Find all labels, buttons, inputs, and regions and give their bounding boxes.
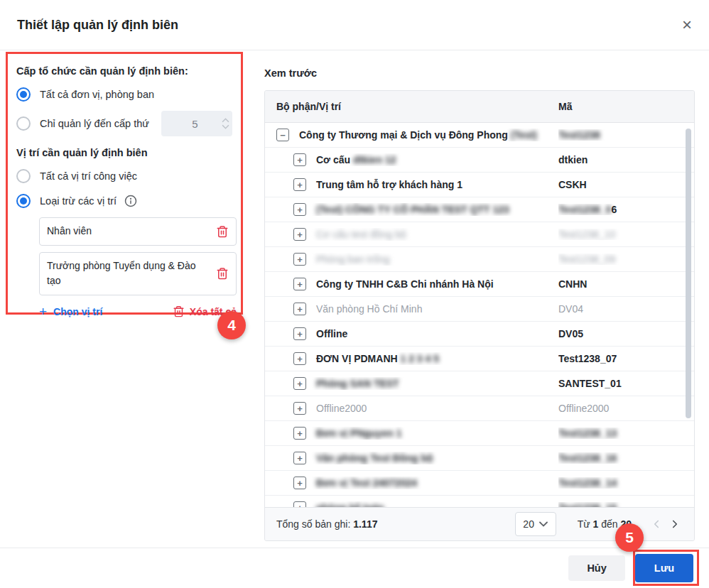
department-name: Cơ cấu dtkien 12 — [316, 154, 396, 165]
expand-icon[interactable]: + — [293, 153, 306, 166]
column-header-code: Mã — [558, 101, 694, 112]
expand-icon[interactable]: + — [293, 501, 306, 507]
department-code: Offline2000 — [558, 403, 694, 414]
radio-row-all-units: Tất cả đơn vị, phòng ban — [16, 86, 232, 103]
number-stepper[interactable] — [222, 118, 229, 129]
level-number-input[interactable]: 5 — [161, 111, 232, 136]
radio-row-all-positions: Tất cả vị trí công việc — [16, 168, 232, 185]
radio-limit-level[interactable] — [16, 116, 31, 131]
department-code: Test1238 — [558, 129, 694, 141]
radio-all-positions-label: Tất cả vị trí công việc — [40, 170, 137, 182]
department-name: Công ty TNHH C&B Chi nhánh Hà Nội — [316, 278, 494, 290]
expand-icon[interactable]: + — [293, 303, 306, 315]
department-code: DV05 — [558, 328, 694, 339]
expand-icon[interactable]: + — [293, 228, 306, 241]
dialog-footer: Hủy Lưu — [0, 548, 709, 588]
radio-all-positions[interactable] — [16, 169, 31, 183]
chevron-down-icon — [539, 521, 548, 527]
total-records-value: 1.117 — [353, 518, 377, 530]
add-position-label: Chọn vị trí — [53, 306, 102, 317]
vertical-scrollbar-thumb[interactable] — [686, 129, 691, 418]
table-row: +Phòng ban trốngTest1238_09 — [265, 247, 694, 272]
expand-icon[interactable]: + — [293, 278, 306, 290]
expand-icon[interactable]: + — [293, 452, 306, 464]
table-row: +Công ty TNHH C&B Chi nhánh Hà NộiCNHN — [265, 272, 694, 297]
department-name: Offline — [316, 328, 347, 339]
next-page-icon[interactable] — [666, 515, 684, 533]
expand-icon[interactable]: + — [293, 352, 306, 365]
expand-icon[interactable]: + — [293, 253, 306, 266]
annotation-step-badge: 4 — [217, 311, 246, 339]
chevron-down-icon[interactable] — [222, 124, 229, 129]
department-code: Test1238_14 — [558, 477, 694, 489]
expand-icon[interactable]: + — [293, 178, 306, 191]
preview-table: Bộ phận/Vị trí Mã −Công ty Thương mại & … — [264, 90, 695, 541]
preview-title: Xem trước — [264, 67, 317, 79]
radio-row-exclude-positions: Loại trừ các vị trí — [16, 192, 232, 209]
dialog-header: Thiết lập quản lý định biên × — [0, 0, 709, 50]
department-name: Văn phòng Test Đồng bộ — [316, 452, 433, 464]
excluded-position-label: Nhân viên — [47, 224, 210, 239]
level-number-value: 5 — [168, 118, 222, 130]
department-code: dtkien — [558, 154, 694, 165]
plus-icon: + — [39, 305, 47, 318]
expand-icon[interactable]: + — [293, 477, 306, 489]
table-row: +Cơ cấu test đồng bộTest1238_10 — [265, 222, 694, 247]
excluded-position-label: Trưởng phòng Tuyển dụng & Đào tạo — [47, 258, 210, 289]
department-code: Test1238_13 — [558, 428, 694, 439]
trash-icon — [173, 305, 185, 317]
range-middle: đến — [601, 518, 617, 530]
department-code: Test1238_07 — [558, 353, 694, 364]
table-row: +OfflineDV05 — [265, 322, 694, 347]
table-header: Bộ phận/Vị trí Mã — [265, 91, 694, 123]
close-icon[interactable]: × — [682, 16, 692, 33]
expand-icon[interactable]: + — [293, 377, 306, 390]
save-button[interactable]: Lưu — [635, 554, 693, 582]
trash-icon[interactable] — [216, 267, 229, 280]
department-name: Văn phòng Hồ Chí Minh — [316, 303, 422, 315]
department-code: SANTEST_01 — [558, 378, 694, 389]
table-row: +phòng kế toánTest1238_15 — [265, 496, 694, 507]
expand-icon[interactable]: + — [293, 203, 306, 216]
previous-page-icon[interactable] — [647, 515, 666, 533]
collapse-icon[interactable]: − — [276, 129, 289, 141]
radio-row-limit-level: Chỉ quản lý đến cấp thứ 5 — [16, 111, 232, 136]
table-row: −Công ty Thương mại & Dịch vụ Đông Phong… — [265, 123, 694, 148]
chevron-up-icon[interactable] — [222, 118, 229, 123]
expand-icon[interactable]: + — [293, 427, 306, 440]
department-name: (Test) CÔNG TY CỔ PHẦN TEST QTT 123 — [316, 204, 509, 215]
department-code: Test1238_15 — [558, 502, 694, 507]
expand-icon[interactable]: + — [293, 402, 306, 415]
excluded-position-item: Nhân viên — [39, 217, 237, 246]
trash-icon[interactable] — [216, 225, 229, 238]
department-name: Phòng ban trống — [316, 254, 390, 265]
department-name: ĐƠN VỊ PDMANH 1 2 3 4 5 — [316, 353, 439, 364]
cancel-button[interactable]: Hủy — [568, 555, 624, 581]
info-icon[interactable] — [124, 195, 137, 207]
department-name: Đơn vị PNguyen 1 — [316, 428, 401, 439]
table-row: +Đơn vị Test 24072024Test1238_14 — [265, 471, 694, 496]
department-name: Công ty Thương mại & Dịch vụ Đông Phong … — [299, 129, 537, 141]
add-position-link[interactable]: + Chọn vị trí — [39, 305, 102, 318]
department-name: Offline2000 — [316, 403, 367, 414]
department-code: Test1238_09 — [558, 254, 694, 265]
radio-exclude-positions[interactable] — [16, 194, 31, 208]
department-code: Test1238_10 — [558, 229, 694, 240]
total-records: Tổng số bản ghi: 1.117 — [276, 518, 377, 530]
table-row: +Phòng SAN TESTSANTEST_01 — [265, 371, 694, 396]
department-name: Đơn vị Test 24072024 — [316, 477, 417, 489]
position-section-label: Vị trí cần quản lý định biên — [16, 147, 232, 158]
radio-limit-level-label: Chỉ quản lý đến cấp thứ — [40, 118, 149, 129]
table-row: +ĐƠN VỊ PDMANH 1 2 3 4 5Test1238_07 — [265, 347, 694, 371]
page-size-value: 20 — [523, 518, 534, 530]
table-row: +Văn phòng Hồ Chí MinhDV04 — [265, 297, 694, 322]
total-records-label: Tổng số bản ghi: — [276, 518, 350, 530]
department-code: Test1238_06 — [558, 204, 694, 215]
range-prefix: Từ — [578, 518, 590, 530]
table-body: −Công ty Thương mại & Dịch vụ Đông Phong… — [265, 123, 694, 507]
expand-icon[interactable]: + — [293, 327, 306, 340]
radio-all-units[interactable] — [16, 87, 31, 102]
page-size-select[interactable]: 20 — [515, 512, 556, 536]
column-header-department: Bộ phận/Vị trí — [265, 101, 558, 112]
exclusion-actions: + Chọn vị trí Xóa tất cả — [39, 305, 237, 318]
